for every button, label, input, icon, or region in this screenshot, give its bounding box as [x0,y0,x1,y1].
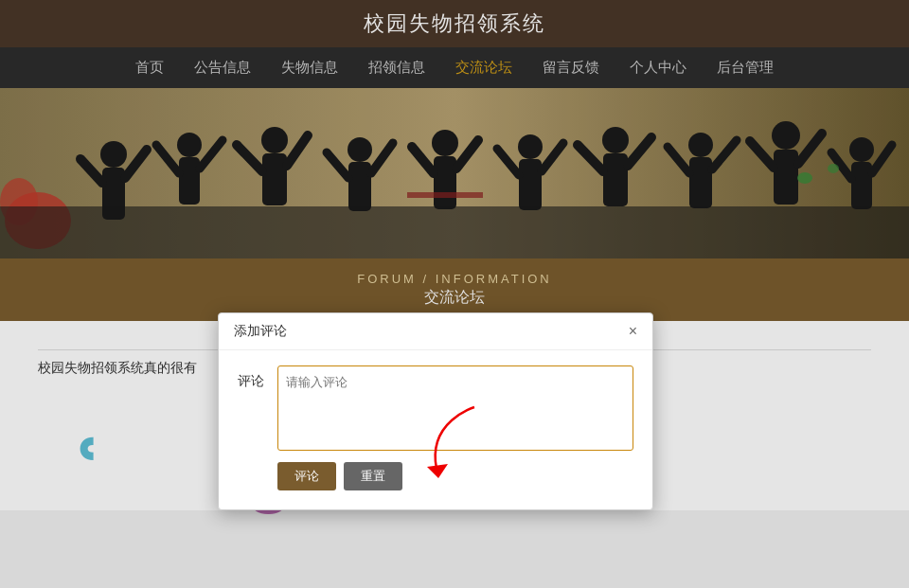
comment-form-row: 评论 [238,365,633,451]
reset-comment-button[interactable]: 重置 [344,462,402,490]
modal-footer: 评论 重置 [277,462,633,490]
modal-header: 添加评论 × [219,313,652,350]
comment-label: 评论 [238,365,266,390]
comment-textarea[interactable] [277,365,633,451]
modal-body: 评论 评论 重置 [219,350,652,509]
submit-comment-button[interactable]: 评论 [277,462,336,490]
modal-title: 添加评论 [234,323,287,340]
modal-close-button[interactable]: × [629,323,637,340]
add-comment-modal: 添加评论 × 评论 评论 重置 [218,312,653,510]
